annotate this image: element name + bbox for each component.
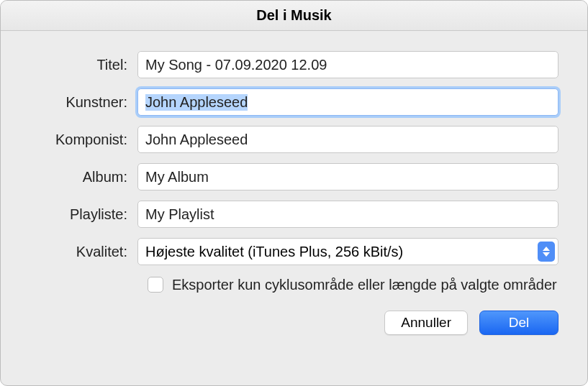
composer-field[interactable] bbox=[137, 126, 558, 153]
row-composer: Komponist: bbox=[30, 126, 558, 153]
playlist-field[interactable] bbox=[137, 201, 558, 228]
label-artist: Kunstner: bbox=[30, 94, 137, 111]
cancel-button[interactable]: Annuller bbox=[384, 311, 468, 335]
form-content: Titel: Kunstner: John Appleseed Komponis… bbox=[1, 31, 587, 295]
row-artist: Kunstner: John Appleseed bbox=[30, 88, 558, 116]
row-quality: Kvalitet: Højeste kvalitet (iTunes Plus,… bbox=[30, 238, 558, 265]
row-album: Album: bbox=[30, 163, 558, 190]
quality-select[interactable]: Højeste kvalitet (iTunes Plus, 256 kBit/… bbox=[137, 238, 558, 265]
cancel-button-label: Annuller bbox=[401, 315, 451, 331]
label-quality: Kvalitet: bbox=[30, 244, 137, 260]
label-album: Album: bbox=[30, 169, 137, 185]
share-button[interactable]: Del bbox=[479, 311, 558, 335]
label-playlist: Playliste: bbox=[30, 206, 137, 223]
label-title: Titel: bbox=[30, 57, 137, 73]
export-cycle-label: Eksporter kun cyklusområde eller længde … bbox=[172, 275, 557, 295]
svg-marker-0 bbox=[543, 247, 550, 251]
quality-selected-label: Højeste kvalitet (iTunes Plus, 256 kBit/… bbox=[145, 244, 403, 260]
row-playlist: Playliste: bbox=[30, 201, 558, 228]
svg-marker-1 bbox=[543, 252, 550, 257]
dialog-window: Del i Musik Titel: Kunstner: John Apples… bbox=[0, 0, 588, 386]
artist-field[interactable]: John Appleseed bbox=[137, 88, 558, 116]
button-row: Annuller Del bbox=[1, 311, 587, 357]
titlebar: Del i Musik bbox=[1, 1, 587, 31]
window-title: Del i Musik bbox=[256, 7, 331, 24]
album-field[interactable] bbox=[137, 163, 558, 190]
row-title: Titel: bbox=[30, 51, 558, 78]
export-cycle-checkbox[interactable] bbox=[148, 277, 163, 293]
updown-arrows-icon bbox=[538, 242, 555, 262]
title-field[interactable] bbox=[137, 51, 558, 78]
row-export-cycle: Eksporter kun cyklusområde eller længde … bbox=[148, 275, 558, 295]
artist-field-value: John Appleseed bbox=[145, 94, 248, 111]
share-button-label: Del bbox=[509, 315, 530, 331]
label-composer: Komponist: bbox=[30, 132, 137, 148]
